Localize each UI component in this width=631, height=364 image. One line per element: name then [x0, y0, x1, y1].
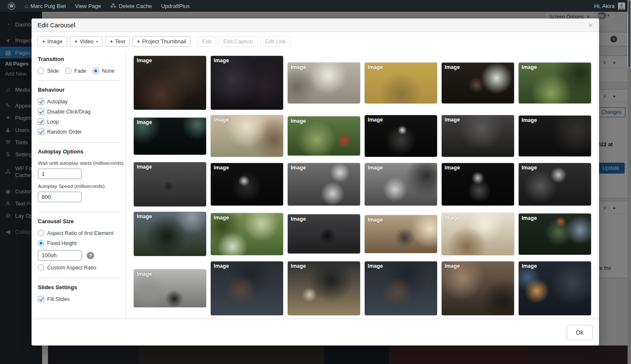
slide-type-label: Image — [291, 64, 306, 70]
carousel-slide[interactable]: Image — [287, 214, 361, 254]
option-label: Slide — [47, 68, 59, 74]
radio-control — [38, 240, 44, 246]
carousel-slide[interactable]: Image — [364, 163, 437, 206]
modal-header: Edit Carousel × — [32, 18, 599, 32]
admin-bar-item-wordpress-logo-icon[interactable]: W — [3, 0, 20, 12]
settings-section-autoplay-options: Autoplay OptionsWait until autoplay star… — [38, 145, 120, 212]
carousel-slide[interactable]: Image — [518, 163, 591, 206]
carousel-slide[interactable]: Image — [287, 261, 361, 316]
carousel-slide[interactable]: Image — [287, 116, 361, 156]
admin-bar-item-label: Delete Cache — [119, 3, 152, 9]
slide-type-label: Image — [445, 64, 460, 70]
carousel-slide[interactable]: Image — [133, 269, 207, 308]
slide-type-label: Image — [137, 119, 152, 125]
close-icon[interactable]: × — [588, 21, 593, 29]
carousel-slide[interactable]: Image — [441, 261, 514, 316]
carousel-slide[interactable]: Image — [287, 163, 361, 206]
carousel-slide[interactable]: Image — [133, 162, 207, 207]
carousel-slide[interactable]: Image — [441, 213, 514, 256]
slide-type-label: Image — [368, 217, 383, 223]
autoplay-checkbox[interactable]: Autoplay — [38, 98, 120, 105]
carousel-slide[interactable]: Image — [287, 62, 361, 104]
loop-checkbox[interactable]: Loop — [38, 119, 120, 125]
random-order-checkbox[interactable]: Random Order — [38, 129, 120, 135]
slide-type-label: Image — [522, 165, 537, 171]
checkbox-control — [38, 108, 44, 115]
fill-slides-checkbox[interactable]: Fill Slides — [38, 296, 120, 302]
admin-bar-item-label: Marc Puig Biel — [30, 3, 66, 9]
custom-aspect-ratio-radio[interactable]: Custom Aspect Ratio — [38, 264, 120, 271]
carousel-slide[interactable]: Image — [133, 117, 207, 155]
settings-section-carousel-size: Carousel SizeAspect Ratio of first Eleme… — [38, 214, 120, 278]
text-button[interactable]: +Text — [105, 36, 130, 47]
plus-icon: + — [42, 38, 45, 45]
radio-control — [65, 68, 72, 74]
carousel-slide[interactable]: Image — [364, 62, 437, 104]
image-button[interactable]: +Image — [37, 36, 67, 47]
help-icon[interactable]: ? — [87, 252, 94, 259]
slides-grid-area: ImageImageImageImageImageImageImageImage… — [126, 50, 599, 319]
checkbox-control — [38, 98, 44, 105]
slide-type-label: Image — [445, 215, 460, 221]
option-label: Disable Click/Drag — [47, 109, 90, 115]
plus-icon: + — [74, 38, 78, 45]
scrollbar-thumb[interactable] — [628, 0, 631, 68]
carousel-slide[interactable]: Image — [441, 115, 514, 157]
carousel-slide[interactable]: Image — [518, 115, 591, 157]
button-label: Edit Caption — [223, 38, 253, 45]
carousel-slide[interactable]: Image — [210, 213, 284, 256]
video-button[interactable]: +Video▾ — [70, 36, 103, 47]
carousel-slide[interactable]: Image — [133, 55, 207, 110]
slide-type-label: Image — [368, 263, 383, 269]
project-thumbnail-button[interactable]: +Project Thumbnail — [132, 36, 191, 47]
admin-bar-item-view-page[interactable]: View Page — [70, 0, 106, 12]
carousel-slide[interactable]: Image — [441, 62, 514, 104]
carousel-slide[interactable]: Image — [210, 55, 284, 110]
wait-until-autoplay-starts-milliseconds-input[interactable] — [38, 169, 82, 179]
carousel-slide[interactable]: Image — [518, 62, 591, 104]
autoplay-speed-milliseconds-input[interactable] — [38, 192, 82, 202]
carousel-settings-panel: TransitionSlideFadeNoneBehaviourAutoplay… — [32, 50, 126, 319]
slide-type-label: Image — [291, 165, 306, 171]
slide-radio[interactable]: Slide — [38, 68, 59, 74]
option-label: Aspect Ratio of first Element — [47, 230, 114, 236]
edit-link-button: Edit Link — [260, 36, 291, 47]
carousel-slide[interactable]: Image — [441, 163, 514, 206]
button-label: Edit — [202, 38, 211, 45]
carousel-slide[interactable]: Image — [518, 213, 591, 255]
carousel-slide[interactable]: Image — [364, 215, 437, 253]
edit-carousel-modal: Edit Carousel × +Image+Video▾+Text+Proje… — [32, 18, 599, 346]
disable-click-drag-checkbox[interactable]: Disable Click/Drag — [38, 108, 120, 115]
labeled-field: Wait until autoplay starts (milliseconds… — [38, 160, 120, 182]
fixed-height-radio[interactable]: Fixed Height — [38, 240, 120, 246]
labeled-field: Autoplay Speed (milliseconds) — [38, 183, 120, 206]
carousel-slide[interactable]: Image — [133, 211, 207, 256]
carousel-slide[interactable]: Image — [364, 261, 437, 316]
scrollbar[interactable] — [628, 0, 631, 364]
aspect-ratio-of-first-element-radio[interactable]: Aspect Ratio of first Element — [38, 230, 120, 236]
slide-type-label: Image — [445, 117, 460, 123]
carousel-slide[interactable]: Image — [210, 115, 284, 157]
fixed-height-input[interactable] — [38, 250, 82, 261]
slide-type-label: Image — [368, 165, 383, 171]
admin-bar-item-label: UpdraftPlus — [161, 3, 190, 9]
carousel-slide[interactable]: Image — [364, 115, 437, 157]
none-radio[interactable]: None — [93, 68, 114, 74]
admin-bar-item-delete-cache[interactable]: ⁂Delete Cache — [106, 0, 156, 12]
slide-type-label: Image — [291, 216, 306, 222]
carousel-slide[interactable]: Image — [210, 261, 284, 316]
slide-type-label: Image — [291, 263, 306, 269]
slide-type-label: Image — [445, 165, 460, 171]
section-title: Carousel Size — [38, 218, 120, 224]
slide-type-label: Image — [522, 215, 537, 221]
admin-bar-item-marc-puig-biel[interactable]: ⌂Marc Puig Biel — [20, 0, 70, 12]
field-label: Autoplay Speed (milliseconds) — [38, 183, 120, 189]
admin-bar-item-updraftplus[interactable]: UpdraftPlus — [156, 0, 194, 12]
admin-greeting[interactable]: Hi, Akira — [594, 3, 615, 9]
fade-radio[interactable]: Fade — [65, 68, 87, 74]
carousel-slide[interactable]: Image — [210, 163, 284, 206]
carousel-slide[interactable]: Image — [518, 261, 591, 316]
ok-button[interactable]: Ok — [567, 325, 593, 340]
radio-control — [38, 264, 44, 271]
avatar[interactable] — [618, 3, 625, 10]
